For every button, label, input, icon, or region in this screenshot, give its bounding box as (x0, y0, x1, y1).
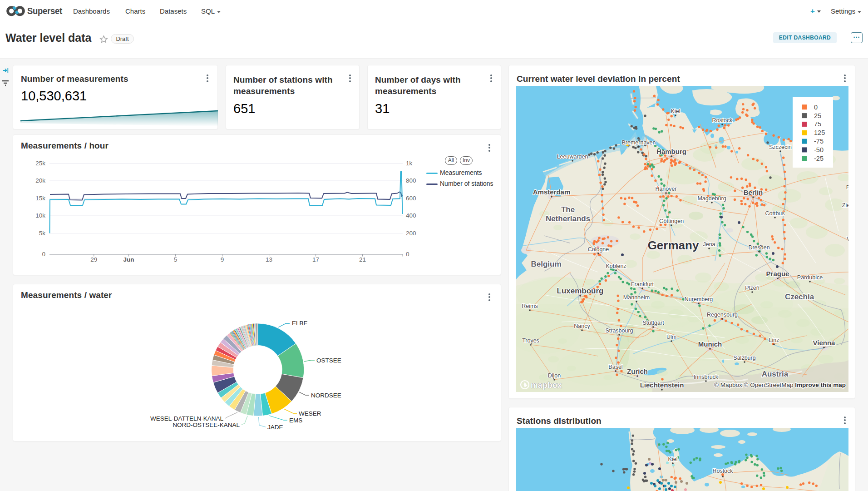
svg-text:Reims: Reims (522, 303, 538, 309)
svg-text:© Mapbox © OpenStreetMap Impro: © Mapbox © OpenStreetMap Improve this ma… (714, 382, 846, 388)
svg-text:Cologne: Cologne (588, 246, 609, 253)
svg-text:Germany: Germany (648, 238, 699, 252)
svg-text:Plzeň: Plzeň (745, 285, 759, 291)
svg-text:Wrocław: Wrocław (847, 236, 848, 242)
svg-text:Leeuwarden: Leeuwarden (557, 154, 588, 160)
svg-text:Kiel: Kiel (671, 108, 681, 114)
svg-text:Luxembourg: Luxembourg (557, 287, 604, 295)
svg-text:Hamburg: Hamburg (656, 148, 686, 155)
svg-text:125: 125 (814, 129, 825, 136)
svg-text:Kiel: Kiel (668, 456, 678, 462)
svg-text:Munich: Munich (698, 340, 722, 348)
svg-text:Koblenz: Koblenz (606, 263, 626, 269)
svg-text:Ulm: Ulm (666, 334, 676, 340)
svg-text:Vienna: Vienna (813, 339, 836, 347)
svg-text:Berlin: Berlin (744, 188, 763, 196)
svg-text:Rostock: Rostock (712, 117, 733, 124)
svg-text:Zurich: Zurich (627, 367, 648, 375)
svg-text:Czechia: Czechia (785, 293, 814, 301)
svg-text:Frankfurt: Frankfurt (631, 281, 654, 288)
svg-text:-75: -75 (814, 138, 824, 145)
svg-text:Regensburg: Regensburg (707, 312, 738, 318)
svg-text:Mannheim: Mannheim (623, 294, 650, 301)
svg-text:Poznań: Poznań (846, 184, 848, 191)
svg-text:25: 25 (814, 112, 821, 119)
svg-text:Cottbus: Cottbus (765, 210, 784, 217)
svg-text:Austria: Austria (762, 370, 789, 378)
svg-text:75: 75 (814, 120, 821, 128)
svg-text:Bremerhaven: Bremerhaven (621, 139, 656, 146)
svg-text:Magdeburg: Magdeburg (697, 195, 726, 202)
svg-text:Basel: Basel (608, 364, 622, 370)
svg-text:Troyes: Troyes (522, 337, 539, 344)
svg-text:Nancy: Nancy (574, 323, 590, 329)
svg-text:Innsbruck: Innsbruck (694, 374, 719, 380)
svg-text:Nuremberg: Nuremberg (685, 296, 713, 303)
svg-text:Liechtenstein: Liechtenstein (640, 381, 684, 389)
svg-text:Pardubice: Pardubice (797, 274, 823, 281)
svg-text:Hanover: Hanover (655, 186, 676, 192)
svg-text:Belgium: Belgium (531, 260, 561, 268)
svg-text:mapbox: mapbox (531, 381, 562, 390)
svg-text:Stuttgart: Stuttgart (642, 320, 664, 326)
svg-text:Jena: Jena (703, 241, 715, 248)
svg-text:-50: -50 (814, 146, 824, 154)
svg-text:Salzburg: Salzburg (733, 355, 755, 361)
svg-text:Rostock: Rostock (712, 468, 733, 474)
svg-text:0: 0 (814, 104, 818, 111)
svg-text:Dijon: Dijon (548, 372, 561, 379)
svg-text:Szczecin: Szczecin (769, 144, 792, 150)
svg-text:The: The (561, 205, 575, 214)
svg-text:Strasbourg: Strasbourg (605, 327, 633, 334)
svg-text:Göttingen: Göttingen (659, 218, 684, 224)
svg-text:Dresden: Dresden (748, 244, 769, 251)
svg-text:Amsterdam: Amsterdam (533, 188, 571, 196)
svg-text:Prague: Prague (766, 270, 789, 278)
svg-text:-25: -25 (814, 155, 824, 162)
svg-text:Linz: Linz (769, 337, 779, 343)
svg-text:Zielona Góra: Zielona Góra (842, 202, 848, 208)
svg-text:Netherlands: Netherlands (546, 214, 590, 223)
